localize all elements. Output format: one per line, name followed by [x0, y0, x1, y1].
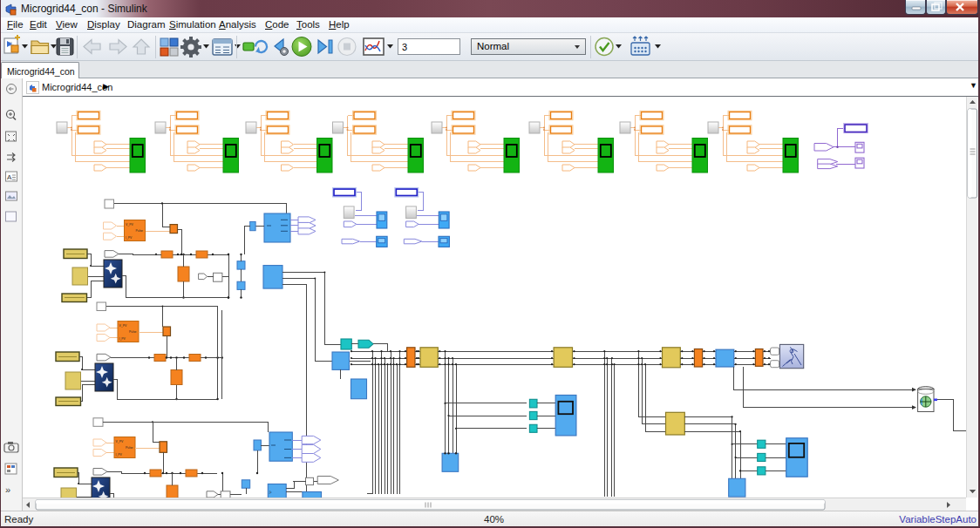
svg-text:I_PV: I_PV	[119, 337, 126, 341]
svg-text:A: A	[7, 173, 12, 181]
svg-text:»: »	[5, 484, 10, 495]
svg-text:I_PV: I_PV	[115, 453, 122, 457]
svg-text:Pulse: Pulse	[129, 330, 137, 334]
svg-text:Pulse: Pulse	[126, 446, 133, 450]
svg-text:V_PV: V_PV	[119, 324, 127, 328]
svg-text:I_PV: I_PV	[126, 236, 133, 240]
svg-text:V_PV: V_PV	[116, 440, 124, 443]
svg-text:V_PV: V_PV	[126, 223, 133, 227]
svg-text:Pulse: Pulse	[136, 229, 144, 233]
